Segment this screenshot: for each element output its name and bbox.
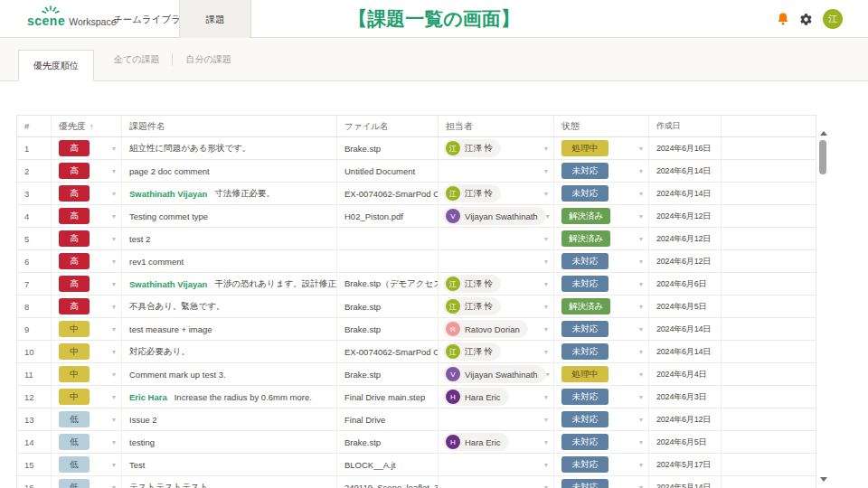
caret-down-icon[interactable]: ▾	[544, 258, 548, 266]
caret-down-icon[interactable]: ▾	[112, 371, 116, 379]
caret-down-icon[interactable]: ▾	[639, 303, 643, 311]
priority-badge[interactable]: 高	[59, 185, 90, 202]
table-row[interactable]: 4 高 ▾ Testing commet type H02_Piston.pdf…	[17, 205, 816, 228]
app-logo[interactable]: scene Workspace	[27, 5, 117, 28]
caret-down-icon[interactable]: ▾	[112, 235, 116, 243]
priority-badge[interactable]: 高	[59, 298, 90, 314]
notification-bell-icon[interactable]	[777, 12, 789, 26]
table-row[interactable]: 2 高 ▾ page 2 doc comment Untitled Docume…	[17, 160, 816, 183]
caret-down-icon[interactable]: ▾	[639, 280, 643, 288]
caret-down-icon[interactable]: ▾	[639, 438, 643, 446]
assignee-pill[interactable]: R Ratovo Dorian	[443, 320, 528, 338]
scrollbar-down-icon[interactable]	[820, 477, 827, 482]
priority-badge[interactable]: 高	[59, 208, 90, 224]
scrollbar-up-icon[interactable]	[820, 131, 827, 136]
caret-down-icon[interactable]: ▾	[544, 461, 548, 469]
priority-badge[interactable]: 中	[59, 389, 90, 405]
caret-down-icon[interactable]: ▾	[639, 325, 643, 333]
caret-down-icon[interactable]: ▾	[112, 483, 116, 488]
caret-down-icon[interactable]: ▾	[639, 461, 643, 469]
table-row[interactable]: 5 高 ▾ test 2 ▾ 解決済み ▾ 2024年6月12日	[17, 228, 816, 250]
caret-down-icon[interactable]: ▾	[112, 167, 116, 175]
table-row[interactable]: 10 中 ▾ 対応必要あり。 EX-0074062-SmarPod CLS-32…	[17, 341, 816, 363]
priority-badge[interactable]: 高	[59, 163, 90, 179]
caret-down-icon[interactable]: ▾	[544, 348, 548, 356]
caret-down-icon[interactable]: ▾	[112, 303, 116, 311]
assignee-pill[interactable]: 江 江澤 怜	[443, 275, 501, 293]
settings-gear-icon[interactable]	[799, 13, 813, 26]
assignee-pill[interactable]: H Hara Eric	[443, 388, 509, 406]
assignee-pill[interactable]: V Vijayan Swathinath	[443, 365, 546, 383]
priority-badge[interactable]: 高	[59, 253, 90, 269]
assignee-pill[interactable]: V Vijayan Swathinath	[443, 207, 546, 225]
status-badge[interactable]: 処理中	[561, 140, 609, 156]
table-row[interactable]: 13 低 ▾ Issue 2 Final Drive ▾ 未対応 ▾ 2024年…	[17, 408, 816, 431]
priority-badge[interactable]: 中	[59, 366, 90, 382]
priority-badge[interactable]: 低	[59, 456, 90, 473]
status-badge[interactable]: 解決済み	[561, 208, 610, 224]
status-badge[interactable]: 処理中	[561, 366, 609, 382]
priority-badge[interactable]: 高	[59, 230, 90, 247]
table-row[interactable]: 15 低 ▾ Test BLOCK__A.jt ▾ 未対応 ▾ 2024年5月1…	[17, 454, 816, 476]
status-badge[interactable]: 未対応	[561, 411, 609, 427]
table-row[interactable]: 14 低 ▾ testing Brake.stp H Hara Eric ▾ 未…	[17, 431, 816, 454]
priority-badge[interactable]: 低	[59, 411, 90, 427]
table-row[interactable]: 12 中 ▾ Eric Hara Increase the radius by …	[17, 386, 816, 408]
caret-down-icon[interactable]: ▾	[544, 416, 548, 424]
caret-down-icon[interactable]: ▾	[112, 348, 116, 356]
assignee-pill[interactable]: 江 江澤 怜	[443, 139, 501, 157]
table-row[interactable]: 7 高 ▾ Swathinath Vijayan 干渉の恐れあります。設計修正必…	[17, 273, 816, 296]
caret-down-icon[interactable]: ▾	[544, 303, 548, 311]
priority-badge[interactable]: 高	[59, 276, 90, 292]
caret-down-icon[interactable]: ▾	[112, 190, 116, 198]
table-row[interactable]: 8 高 ▾ 不具合あり。緊急です。 Brake.stp 江 江澤 怜 ▾ 解決済…	[17, 296, 816, 318]
assignee-pill[interactable]: H Hara Eric	[443, 433, 509, 451]
subtab-all-issues[interactable]: 全ての課題	[101, 53, 172, 66]
table-row[interactable]: 16 低 ▾ テストテストテスト 240119_Scene_leaflet_3D…	[17, 476, 816, 488]
caret-down-icon[interactable]: ▾	[112, 461, 116, 469]
caret-down-icon[interactable]: ▾	[639, 483, 643, 488]
caret-down-icon[interactable]: ▾	[544, 438, 548, 446]
caret-down-icon[interactable]: ▾	[546, 212, 550, 221]
status-badge[interactable]: 未対応	[561, 343, 609, 360]
caret-down-icon[interactable]: ▾	[544, 167, 548, 175]
caret-down-icon[interactable]: ▾	[112, 280, 116, 288]
caret-down-icon[interactable]: ▾	[544, 235, 548, 243]
assignee-pill[interactable]: 江 江澤 怜	[443, 343, 501, 361]
priority-badge[interactable]: 高	[59, 140, 90, 156]
assignee-pill[interactable]: 江 江澤 怜	[443, 297, 501, 315]
assignee-pill[interactable]: 江 江澤 怜	[443, 184, 501, 202]
caret-down-icon[interactable]: ▾	[639, 348, 643, 356]
caret-down-icon[interactable]: ▾	[112, 258, 116, 266]
table-row[interactable]: 1 高 ▾ 組立性に問題がある形状です。 Brake.stp 江 江澤 怜 ▾ …	[17, 137, 816, 160]
caret-down-icon[interactable]: ▾	[544, 190, 548, 198]
caret-down-icon[interactable]: ▾	[112, 212, 116, 221]
caret-down-icon[interactable]: ▾	[639, 416, 643, 424]
table-row[interactable]: 9 中 ▾ test measure + image Brake.stp R R…	[17, 318, 816, 341]
status-badge[interactable]: 未対応	[561, 321, 609, 337]
caret-down-icon[interactable]: ▾	[544, 145, 548, 153]
caret-down-icon[interactable]: ▾	[544, 325, 548, 333]
caret-down-icon[interactable]: ▾	[639, 212, 643, 221]
priority-badge[interactable]: 中	[59, 321, 90, 337]
caret-down-icon[interactable]: ▾	[639, 371, 643, 379]
caret-down-icon[interactable]: ▾	[546, 371, 550, 379]
nav-tab-issues[interactable]: 課題	[179, 0, 251, 38]
col-header-priority[interactable]: 優先度↑	[52, 116, 122, 136]
table-row[interactable]: 11 中 ▾ Comment mark up test 3. Brake.stp…	[17, 363, 816, 386]
status-badge[interactable]: 未対応	[561, 185, 609, 202]
caret-down-icon[interactable]: ▾	[544, 280, 548, 288]
caret-down-icon[interactable]: ▾	[544, 393, 548, 401]
table-row[interactable]: 3 高 ▾ Swathinath Vijayan 寸法修正必要。 EX-0074…	[17, 183, 816, 205]
status-badge[interactable]: 未対応	[561, 456, 609, 473]
subtab-my-issues[interactable]: 自分の課題	[172, 53, 243, 66]
status-badge[interactable]: 未対応	[561, 276, 609, 292]
caret-down-icon[interactable]: ▾	[112, 325, 116, 333]
status-badge[interactable]: 未対応	[561, 163, 609, 179]
caret-down-icon[interactable]: ▾	[112, 393, 116, 401]
vertical-scrollbar[interactable]	[818, 129, 828, 483]
status-badge[interactable]: 未対応	[561, 479, 609, 488]
caret-down-icon[interactable]: ▾	[639, 167, 643, 175]
caret-down-icon[interactable]: ▾	[112, 438, 116, 446]
caret-down-icon[interactable]: ▾	[639, 393, 643, 401]
